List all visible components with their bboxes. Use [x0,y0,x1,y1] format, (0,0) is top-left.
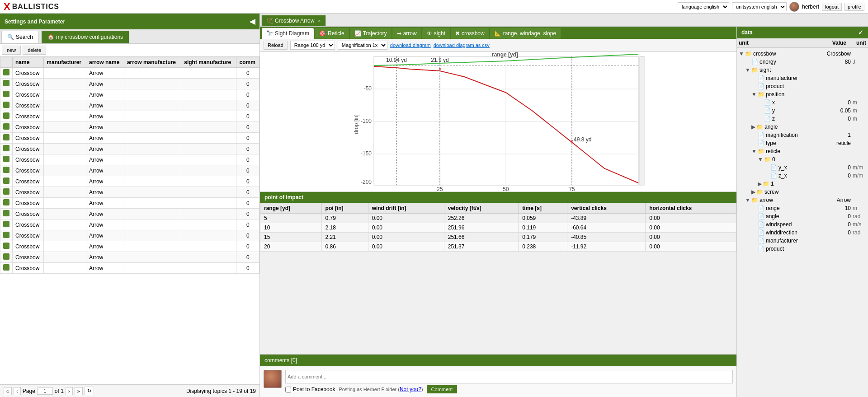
table-row[interactable]: Crossbow Arrow 0 [0,111,259,122]
comments-expand-icon[interactable]: ✓ [726,357,732,364]
tree-label: 0 [772,156,828,163]
tree-toggle[interactable]: ▶ [758,181,762,187]
tree-toggle[interactable]: ▼ [745,67,750,73]
pagination-first[interactable]: « [4,387,12,395]
comment-input[interactable] [285,370,733,383]
tree-row[interactable]: ▼ 📁 position [737,90,868,98]
pagination-prev[interactable]: ‹ [14,387,21,395]
pagination-refresh[interactable]: ↻ [85,387,94,395]
tree-unit: m [853,99,866,106]
left-panel-collapse-button[interactable]: ◀ [250,17,255,26]
tree-toggle[interactable]: ▶ [751,189,755,195]
tree-row[interactable]: ▼ 📁 arrow Arrow [737,196,868,204]
sub-tab-trajectory[interactable]: 📈 Trajectory [350,28,392,39]
table-row[interactable]: Crossbow Arrow 0 [0,187,259,198]
table-row[interactable]: Crossbow Arrow 0 [0,220,259,230]
file-icon: 📄 [764,99,771,106]
sub-tab-arrow[interactable]: ➡ arrow [392,28,421,39]
tree-row[interactable]: ▼ 📁 0 [737,155,868,163]
left-toolbar: new delete [0,44,259,57]
new-button[interactable]: new [2,46,21,55]
folder-icon: 📁 [758,91,764,98]
pagination-next[interactable]: › [66,387,73,395]
not-you-link[interactable]: Not you? [400,386,421,392]
content-area: 🔭 Sight Diagram 🎯 Reticle 📈 Trajectory ➡… [260,27,868,397]
download-diagram-link[interactable]: download diagram [390,42,431,48]
table-row[interactable]: Crossbow Arrow 0 [0,209,259,220]
comment-submit-button[interactable]: Comment [427,385,458,393]
tree-toggle[interactable]: ▼ [751,148,757,154]
table-row[interactable]: Crossbow Arrow 0 [0,241,259,252]
tree-row: 📄 x 0 m [737,98,868,107]
table-row[interactable]: Crossbow Arrow 0 [0,144,259,154]
displaying-label: Displaying topics 1 - 19 of 19 [186,388,256,394]
file-icon: 📄 [770,173,777,179]
config-table-scroll[interactable]: name manufacturer arrow name arrow manuf… [0,57,259,384]
download-csv-link[interactable]: download diagram as csv [434,42,490,48]
trajectory-label: Trajectory [363,30,387,37]
tree-toggle[interactable]: ▼ [751,91,757,98]
table-row[interactable]: Crossbow Arrow 0 [0,252,259,263]
tree-row[interactable]: ▶ 📁 angle [737,123,868,131]
table-row[interactable]: Crossbow Arrow 0 [0,133,259,144]
language-select[interactable]: language english [678,2,729,11]
table-row[interactable]: Crossbow Arrow 0 [0,154,259,165]
range-select[interactable]: Range 100 yd [290,41,335,50]
tree-toggle[interactable]: ▶ [751,124,755,130]
left-tab-search[interactable]: 🔍 Search [1,31,39,43]
table-row[interactable]: Crossbow Arrow 0 [0,230,259,241]
profile-button[interactable]: profile [844,3,864,11]
data-tree[interactable]: ▼ 📁 crossbow Crossbow 📄 energy 80 J ▼ 📁 … [737,48,868,397]
tree-row[interactable]: ▼ 📁 reticle [737,147,868,155]
search-tab-icon: 🔍 [7,34,14,40]
tree-toggle[interactable]: ▼ [745,197,750,203]
left-tab-my-configs[interactable]: 🏠 my crossbow configurations [42,31,129,43]
comment-facebook-checkbox[interactable]: Post to Facebook [285,386,335,392]
tree-toggle[interactable]: ▼ [739,51,744,57]
pagination-last[interactable]: » [75,387,83,395]
unitsystem-select[interactable]: unitsystem english [732,2,787,11]
page-input[interactable] [37,388,53,395]
tree-row[interactable]: ▼ 📁 crossbow Crossbow [737,50,868,58]
data-panel-expand-icon[interactable]: ✓ [858,29,863,36]
diagram-controls: Reload Range 100 yd Magnification 1x dow… [260,39,736,52]
sub-tab-reticle[interactable]: 🎯 Reticle [315,28,349,39]
table-row[interactable]: Crossbow Arrow 0 [0,165,259,176]
reload-button[interactable]: Reload [264,41,288,50]
facebook-checkbox[interactable] [285,387,291,392]
delete-button[interactable]: delete [23,46,46,55]
table-row[interactable]: Crossbow Arrow 0 [0,263,259,274]
main-tab-crossbow-arrow[interactable]: 🏹 Crossbow Arrow × [261,15,326,26]
sub-tab-sight-diagram[interactable]: 🔭 Sight Diagram [262,28,314,39]
tree-row: 📄 y 0.05 m [737,107,868,115]
magnification-select[interactable]: Magnification 1x [338,41,387,50]
table-row[interactable]: Crossbow Arrow 0 [0,89,259,100]
poi-table-row: 20 0.86 0.00 251.37 0.238 -11.92 0.00 [260,242,736,252]
main-tab-close[interactable]: × [318,18,321,23]
sub-tab-range-windage[interactable]: 📐 range, windage, slope [490,28,561,39]
table-row[interactable]: Crossbow Arrow 0 [0,79,259,89]
logo-x-icon: X [4,1,10,13]
folder-icon: 📁 [764,156,771,163]
sub-tab-crossbow[interactable]: ✖ crossbow [451,28,489,39]
table-row[interactable]: Crossbow Arrow 0 [0,122,259,133]
folder-icon: 📁 [763,181,769,187]
tree-row[interactable]: ▶ 📁 screw [737,188,868,196]
table-row[interactable]: Crossbow Arrow 0 [0,176,259,187]
table-row[interactable]: Crossbow Arrow 0 [0,198,259,209]
table-row[interactable]: Crossbow Arrow 0 [0,100,259,111]
logo-text: BALLISTICS [12,3,59,11]
tree-row[interactable]: ▶ 📁 1 [737,180,868,188]
sub-tab-sight[interactable]: 👁 sight [422,28,450,39]
tree-unit: m/m [853,164,866,171]
tree-toggle[interactable]: ▼ [758,156,763,163]
file-icon: 📄 [758,246,764,252]
tree-row[interactable]: ▼ 📁 sight [737,66,868,74]
table-row[interactable]: Crossbow Arrow 0 [0,68,259,79]
poi-table-scroll[interactable]: range [yd] poi [in] wind drift [in] velo… [260,203,736,354]
my-configs-tab-icon: 🏠 [47,34,54,40]
tree-value: 0 [828,116,851,122]
tree-label: range [766,205,828,211]
tree-label: manufacturer [766,75,828,81]
logout-button[interactable]: logout [822,3,842,11]
